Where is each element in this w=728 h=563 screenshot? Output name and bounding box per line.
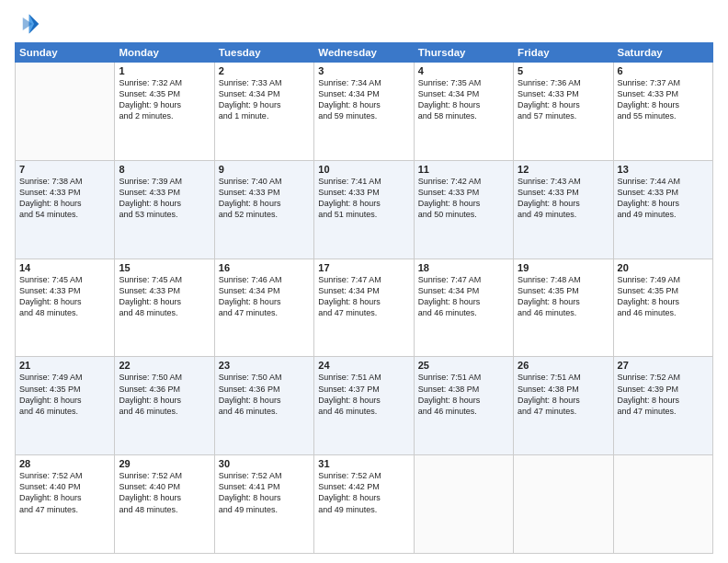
day-number: 18 — [418, 262, 509, 273]
day-header-saturday: Saturday — [613, 43, 712, 63]
day-number: 10 — [318, 164, 409, 175]
day-number: 4 — [418, 65, 509, 76]
day-info: Sunrise: 7:34 AM Sunset: 4:34 PM Dayligh… — [318, 77, 409, 122]
day-info: Sunrise: 7:46 AM Sunset: 4:34 PM Dayligh… — [219, 274, 310, 319]
day-info: Sunrise: 7:45 AM Sunset: 4:33 PM Dayligh… — [119, 274, 210, 319]
calendar-cell: 2Sunrise: 7:33 AM Sunset: 4:34 PM Daylig… — [214, 63, 313, 161]
day-number: 8 — [119, 164, 210, 175]
calendar-cell: 16Sunrise: 7:46 AM Sunset: 4:34 PM Dayli… — [214, 259, 313, 357]
day-header-sunday: Sunday — [16, 43, 115, 63]
day-info: Sunrise: 7:37 AM Sunset: 4:33 PM Dayligh… — [618, 77, 709, 122]
calendar-cell: 28Sunrise: 7:52 AM Sunset: 4:40 PM Dayli… — [16, 455, 115, 554]
day-number: 20 — [618, 262, 709, 273]
day-info: Sunrise: 7:39 AM Sunset: 4:33 PM Dayligh… — [119, 176, 210, 221]
day-number: 14 — [19, 262, 110, 273]
calendar-cell — [514, 455, 613, 554]
day-info: Sunrise: 7:49 AM Sunset: 4:35 PM Dayligh… — [618, 274, 709, 319]
day-header-monday: Monday — [115, 43, 214, 63]
day-header-friday: Friday — [514, 43, 613, 63]
day-info: Sunrise: 7:50 AM Sunset: 4:36 PM Dayligh… — [119, 372, 210, 417]
day-info: Sunrise: 7:42 AM Sunset: 4:33 PM Dayligh… — [418, 176, 509, 221]
calendar-header-row: SundayMondayTuesdayWednesdayThursdayFrid… — [16, 43, 713, 63]
calendar-cell: 15Sunrise: 7:45 AM Sunset: 4:33 PM Dayli… — [115, 259, 214, 357]
calendar-cell: 11Sunrise: 7:42 AM Sunset: 4:33 PM Dayli… — [414, 160, 513, 259]
day-number: 28 — [19, 458, 110, 469]
day-info: Sunrise: 7:47 AM Sunset: 4:34 PM Dayligh… — [318, 274, 409, 319]
calendar-cell: 12Sunrise: 7:43 AM Sunset: 4:33 PM Dayli… — [514, 160, 613, 259]
calendar-week-row: 7Sunrise: 7:38 AM Sunset: 4:33 PM Daylig… — [16, 160, 713, 259]
calendar-cell: 25Sunrise: 7:51 AM Sunset: 4:38 PM Dayli… — [414, 357, 513, 455]
day-number: 24 — [318, 360, 409, 371]
day-number: 23 — [219, 360, 310, 371]
day-number: 21 — [19, 360, 110, 371]
day-info: Sunrise: 7:52 AM Sunset: 4:41 PM Dayligh… — [219, 470, 310, 515]
day-number: 26 — [518, 360, 609, 371]
calendar-cell: 4Sunrise: 7:35 AM Sunset: 4:34 PM Daylig… — [414, 63, 513, 161]
calendar-cell: 7Sunrise: 7:38 AM Sunset: 4:33 PM Daylig… — [16, 160, 115, 259]
day-info: Sunrise: 7:36 AM Sunset: 4:33 PM Dayligh… — [518, 77, 609, 122]
day-number: 25 — [418, 360, 509, 371]
calendar-cell — [16, 63, 115, 161]
calendar-cell: 3Sunrise: 7:34 AM Sunset: 4:34 PM Daylig… — [314, 63, 414, 161]
calendar-week-row: 1Sunrise: 7:32 AM Sunset: 4:35 PM Daylig… — [16, 63, 713, 161]
calendar-cell: 9Sunrise: 7:40 AM Sunset: 4:33 PM Daylig… — [214, 160, 313, 259]
day-number: 31 — [318, 458, 409, 469]
day-number: 13 — [618, 164, 709, 175]
calendar-cell: 1Sunrise: 7:32 AM Sunset: 4:35 PM Daylig… — [115, 63, 214, 161]
day-number: 29 — [119, 458, 210, 469]
day-info: Sunrise: 7:33 AM Sunset: 4:34 PM Dayligh… — [219, 77, 310, 122]
day-info: Sunrise: 7:44 AM Sunset: 4:33 PM Dayligh… — [618, 176, 709, 221]
calendar-cell: 6Sunrise: 7:37 AM Sunset: 4:33 PM Daylig… — [613, 63, 712, 161]
page: SundayMondayTuesdayWednesdayThursdayFrid… — [0, 0, 728, 563]
calendar-cell: 14Sunrise: 7:45 AM Sunset: 4:33 PM Dayli… — [16, 259, 115, 357]
day-header-wednesday: Wednesday — [314, 43, 414, 63]
day-info: Sunrise: 7:51 AM Sunset: 4:37 PM Dayligh… — [318, 372, 409, 417]
calendar-cell: 18Sunrise: 7:47 AM Sunset: 4:34 PM Dayli… — [414, 259, 513, 357]
day-number: 19 — [518, 262, 609, 273]
calendar-cell: 19Sunrise: 7:48 AM Sunset: 4:35 PM Dayli… — [514, 259, 613, 357]
calendar-cell: 20Sunrise: 7:49 AM Sunset: 4:35 PM Dayli… — [613, 259, 712, 357]
calendar-cell: 30Sunrise: 7:52 AM Sunset: 4:41 PM Dayli… — [214, 455, 313, 554]
calendar-cell: 27Sunrise: 7:52 AM Sunset: 4:39 PM Dayli… — [613, 357, 712, 455]
calendar-cell: 31Sunrise: 7:52 AM Sunset: 4:42 PM Dayli… — [314, 455, 414, 554]
calendar-cell: 22Sunrise: 7:50 AM Sunset: 4:36 PM Dayli… — [115, 357, 214, 455]
day-info: Sunrise: 7:32 AM Sunset: 4:35 PM Dayligh… — [119, 77, 210, 122]
day-number: 5 — [518, 65, 609, 76]
calendar-cell: 17Sunrise: 7:47 AM Sunset: 4:34 PM Dayli… — [314, 259, 414, 357]
day-info: Sunrise: 7:49 AM Sunset: 4:35 PM Dayligh… — [19, 372, 110, 417]
day-number: 1 — [119, 65, 210, 76]
calendar-cell: 26Sunrise: 7:51 AM Sunset: 4:38 PM Dayli… — [514, 357, 613, 455]
day-number: 11 — [418, 164, 509, 175]
day-number: 7 — [19, 164, 110, 175]
day-header-tuesday: Tuesday — [214, 43, 313, 63]
calendar-cell: 24Sunrise: 7:51 AM Sunset: 4:37 PM Dayli… — [314, 357, 414, 455]
calendar-week-row: 21Sunrise: 7:49 AM Sunset: 4:35 PM Dayli… — [16, 357, 713, 455]
day-info: Sunrise: 7:47 AM Sunset: 4:34 PM Dayligh… — [418, 274, 509, 319]
calendar-cell — [414, 455, 513, 554]
logo — [15, 11, 44, 37]
calendar-cell: 21Sunrise: 7:49 AM Sunset: 4:35 PM Dayli… — [16, 357, 115, 455]
day-info: Sunrise: 7:45 AM Sunset: 4:33 PM Dayligh… — [19, 274, 110, 319]
day-number: 3 — [318, 65, 409, 76]
day-header-thursday: Thursday — [414, 43, 513, 63]
calendar-cell: 13Sunrise: 7:44 AM Sunset: 4:33 PM Dayli… — [613, 160, 712, 259]
day-info: Sunrise: 7:51 AM Sunset: 4:38 PM Dayligh… — [518, 372, 609, 417]
day-info: Sunrise: 7:38 AM Sunset: 4:33 PM Dayligh… — [19, 176, 110, 221]
day-number: 9 — [219, 164, 310, 175]
calendar-cell — [613, 455, 712, 554]
day-info: Sunrise: 7:35 AM Sunset: 4:34 PM Dayligh… — [418, 77, 509, 122]
day-number: 30 — [219, 458, 310, 469]
calendar-cell: 29Sunrise: 7:52 AM Sunset: 4:40 PM Dayli… — [115, 455, 214, 554]
calendar-week-row: 14Sunrise: 7:45 AM Sunset: 4:33 PM Dayli… — [16, 259, 713, 357]
day-info: Sunrise: 7:50 AM Sunset: 4:36 PM Dayligh… — [219, 372, 310, 417]
day-info: Sunrise: 7:40 AM Sunset: 4:33 PM Dayligh… — [219, 176, 310, 221]
day-number: 17 — [318, 262, 409, 273]
day-number: 2 — [219, 65, 310, 76]
day-number: 15 — [119, 262, 210, 273]
calendar-cell: 8Sunrise: 7:39 AM Sunset: 4:33 PM Daylig… — [115, 160, 214, 259]
day-info: Sunrise: 7:52 AM Sunset: 4:40 PM Dayligh… — [119, 470, 210, 515]
day-info: Sunrise: 7:52 AM Sunset: 4:42 PM Dayligh… — [318, 470, 409, 515]
day-number: 16 — [219, 262, 310, 273]
calendar-cell: 23Sunrise: 7:50 AM Sunset: 4:36 PM Dayli… — [214, 357, 313, 455]
day-info: Sunrise: 7:52 AM Sunset: 4:39 PM Dayligh… — [618, 372, 709, 417]
